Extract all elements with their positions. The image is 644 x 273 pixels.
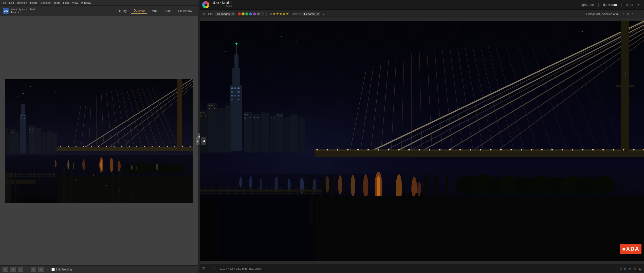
dt-star-5[interactable]: ★ — [286, 12, 289, 16]
svg-rect-81 — [30, 172, 31, 178]
svg-point-179 — [449, 149, 451, 150]
dt-overexposure-icon[interactable]: ▶ — [624, 267, 627, 270]
dt-sort-area: sort by filename ⇅ — [292, 12, 326, 16]
lr-nav-book[interactable]: Book — [162, 8, 174, 14]
svg-rect-228 — [209, 108, 210, 109]
lr-menu-photo[interactable]: Photo — [30, 1, 38, 4]
dt-copy-icon[interactable]: ⎘ — [623, 12, 625, 16]
svg-rect-48 — [21, 118, 22, 119]
dt-star-1[interactable]: ★ — [273, 12, 276, 16]
dt-nav-lighttable[interactable]: lighttable — [578, 2, 597, 8]
svg-rect-280 — [220, 187, 221, 194]
dt-sort-order-icon[interactable]: ⇅ — [321, 12, 326, 16]
dt-help-icon[interactable]: ? — [631, 12, 633, 16]
svg-rect-213 — [237, 99, 240, 100]
lr-nav-develop[interactable]: Develop — [131, 8, 147, 14]
svg-point-193 — [592, 149, 594, 150]
dt-star-2[interactable]: ★ — [276, 12, 279, 16]
lr-status-btn-2[interactable]: ⊟ — [10, 267, 16, 272]
svg-point-317 — [608, 39, 609, 39]
lr-menu-view[interactable]: View — [72, 1, 78, 4]
svg-point-197 — [633, 149, 635, 150]
dt-underexposure-icon[interactable]: ▶ — [629, 267, 631, 270]
dt-grid-icon[interactable]: ⊞ — [208, 267, 211, 271]
dt-menu-icon[interactable]: ☰ — [202, 267, 206, 271]
dt-nav: lighttable | darkroom | other ▼ — [578, 2, 640, 8]
dt-histogram-icon[interactable]: ⊟ — [633, 267, 636, 270]
svg-point-109 — [156, 163, 158, 170]
svg-point-167 — [327, 149, 328, 150]
dt-nav-dropdown-arrow[interactable]: ▼ — [637, 3, 640, 6]
svg-rect-211 — [237, 95, 240, 96]
dt-star-reject[interactable]: ✕ — [270, 12, 272, 16]
svg-point-190 — [562, 149, 563, 150]
dt-app-name: darktable — [213, 1, 232, 5]
lr-collapse-button[interactable]: ▶ — [196, 137, 199, 145]
lr-nav-map[interactable]: Map — [149, 8, 160, 14]
svg-point-122 — [182, 84, 183, 84]
lr-menu-develop[interactable]: Develop — [17, 1, 27, 4]
svg-point-40 — [182, 146, 183, 147]
svg-point-166 — [316, 149, 318, 150]
svg-rect-242 — [278, 115, 279, 116]
dt-star-3[interactable]: ★ — [279, 12, 282, 16]
svg-point-196 — [623, 149, 624, 150]
svg-point-305 — [408, 191, 412, 199]
lr-nav-library[interactable]: Library — [115, 8, 129, 14]
svg-rect-221 — [270, 115, 276, 152]
dt-layout-icon[interactable]: ⊟ — [639, 12, 641, 16]
svg-point-41 — [190, 146, 191, 147]
lr-status-btn-4[interactable]: ⊞ — [31, 267, 36, 272]
dt-dot-gray[interactable] — [257, 12, 260, 15]
lr-menu-help[interactable]: Help — [63, 1, 69, 4]
dt-paste-icon[interactable]: ★ — [627, 12, 630, 16]
svg-rect-225 — [299, 118, 305, 152]
svg-rect-222 — [276, 113, 283, 152]
dt-warning-icon[interactable]: ▲ — [638, 267, 641, 270]
svg-point-116 — [56, 91, 56, 92]
svg-point-108 — [136, 166, 137, 170]
svg-rect-92 — [119, 170, 121, 203]
dt-star-4[interactable]: ★ — [283, 12, 286, 16]
dt-dot-outline[interactable] — [261, 12, 264, 15]
lr-menu-file[interactable]: File — [2, 1, 6, 4]
dt-filter-icon[interactable]: ⧉ — [202, 12, 207, 16]
svg-point-191 — [572, 149, 573, 150]
dt-dot-purple[interactable] — [253, 12, 256, 15]
lr-nav-slideshow[interactable]: Slideshow — [176, 8, 195, 14]
svg-rect-60 — [12, 132, 13, 133]
darktable-panel: darktable 5.0.0 lighttable | darkroom | … — [200, 0, 644, 273]
dt-dot-blue[interactable] — [249, 12, 252, 15]
svg-point-34 — [136, 146, 137, 147]
lr-soft-proof-checkbox[interactable] — [51, 268, 55, 271]
svg-point-26 — [76, 146, 77, 147]
svg-rect-90 — [71, 170, 72, 203]
dt-prev-image-button[interactable]: ◀ — [201, 137, 206, 145]
lr-status-btn-5[interactable]: ⊟ — [38, 267, 44, 272]
dt-filmstrip-icon[interactable]: ⊟ — [619, 267, 622, 270]
svg-rect-78 — [19, 172, 20, 178]
dt-filter-dropdown[interactable]: all images — [215, 12, 235, 16]
lr-status-btn-1[interactable]: ⊞ — [3, 267, 8, 272]
lr-menu-edit[interactable]: Edit — [9, 1, 14, 4]
lr-menu-window[interactable]: Window — [81, 1, 91, 4]
dt-header: darktable 5.0.0 lighttable | darkroom | … — [200, 0, 644, 10]
lr-status-btn-3[interactable]: ⊡ — [18, 267, 23, 272]
dt-settings-icon[interactable]: ◻ — [634, 12, 637, 16]
svg-point-32 — [121, 146, 122, 147]
dt-star-icon[interactable]: ♡ — [213, 267, 216, 271]
svg-point-35 — [144, 146, 145, 147]
svg-point-111 — [75, 180, 77, 181]
dt-nav-other[interactable]: other — [623, 2, 636, 8]
svg-rect-219 — [253, 114, 261, 152]
svg-rect-87 — [53, 172, 54, 178]
dt-nav-darkroom[interactable]: darkroom — [600, 2, 620, 8]
svg-rect-59 — [11, 132, 11, 133]
lr-menu-settings[interactable]: Settings — [41, 1, 51, 4]
dt-dot-red[interactable] — [238, 12, 241, 15]
dt-sort-dropdown[interactable]: filename — [302, 12, 320, 16]
dt-sort-label: sort by — [292, 12, 301, 15]
dt-dot-green[interactable] — [245, 12, 248, 15]
lr-menu-tools[interactable]: Tools — [54, 1, 60, 4]
dt-dot-yellow[interactable] — [242, 12, 245, 15]
